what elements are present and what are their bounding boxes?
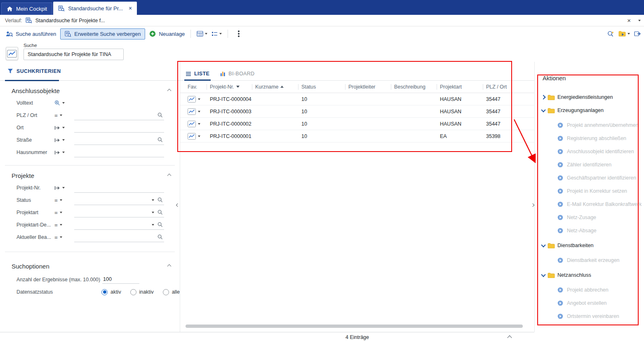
dropdown-caret-icon[interactable] [62, 102, 65, 104]
action-group[interactable]: Dienstbarkeiten [535, 239, 644, 252]
value-help-icon[interactable] [157, 197, 163, 203]
action-item[interactable]: Ortstermin vereinbaren [535, 310, 644, 323]
close-history-icon[interactable]: × [627, 17, 631, 24]
dropdown-caret-icon[interactable] [60, 224, 62, 226]
action-item[interactable]: Netz-Absage [535, 224, 644, 237]
dropdown-caret-icon[interactable] [62, 127, 65, 128]
dropdown-caret-icon[interactable] [62, 187, 65, 189]
action-item[interactable]: Anschlussobjekt identifizieren [535, 145, 644, 158]
column-header[interactable]: Beschreibung [391, 81, 437, 93]
value-help-icon[interactable] [157, 222, 163, 227]
operator-dropdown[interactable]: = [54, 197, 74, 203]
chevron-up-icon[interactable] [167, 89, 172, 93]
table-row[interactable]: PRJ-ITC-000000410HAUSAN35447 [180, 93, 534, 105]
dropdown-caret-icon[interactable] [152, 212, 154, 213]
grid-view-button[interactable] [197, 31, 207, 37]
column-header[interactable]: Projektleiter [345, 81, 391, 93]
favorite-chart-button[interactable] [184, 130, 207, 142]
folder-search-button[interactable] [618, 31, 630, 37]
action-item[interactable]: E-Mail Korrektur Balkonkraftwerk [535, 198, 644, 211]
column-header[interactable]: Kurzname [252, 81, 298, 93]
field-input[interactable] [74, 183, 164, 193]
search-name-input[interactable] [24, 49, 124, 60]
results-count-input[interactable]: 100 [102, 276, 139, 284]
operator-dropdown[interactable]: = [54, 112, 74, 119]
chevron-down-icon[interactable] [541, 107, 545, 112]
detach-view-button[interactable] [634, 31, 641, 37]
action-item[interactable]: Projekt in Korrektur setzen [535, 185, 644, 198]
operator-dropdown[interactable]: = [54, 210, 74, 216]
layout-view-button[interactable] [212, 31, 222, 37]
action-item[interactable]: Zähler identifizieren [535, 158, 644, 171]
table-row[interactable]: PRJ-ITC-000000310HAUSAN35447 [180, 105, 534, 118]
collapse-left-panel-button[interactable] [175, 200, 180, 210]
value-help-icon[interactable] [157, 137, 163, 142]
field-input[interactable] [74, 135, 164, 145]
section-header[interactable]: Projekte [12, 172, 171, 179]
radio-button[interactable] [101, 289, 108, 295]
column-header[interactable]: Projektart [437, 81, 483, 93]
field-input[interactable] [74, 123, 164, 133]
create-new-button[interactable]: Neuanlage [149, 30, 185, 37]
tab-bi-board[interactable]: BI-BOARD [220, 71, 254, 80]
action-item[interactable]: Angebot erstellen [535, 297, 644, 310]
action-item[interactable]: Registrierung abschließen [535, 132, 644, 145]
column-header[interactable]: Status [298, 81, 345, 93]
field-input[interactable] [74, 208, 164, 217]
dropdown-caret-icon[interactable] [198, 98, 200, 100]
dropdown-caret-icon[interactable] [198, 123, 200, 125]
dropdown-caret-icon[interactable] [60, 114, 62, 116]
action-item[interactable]: Dienstbarkeit erzeugen [535, 254, 644, 267]
field-input[interactable] [74, 195, 164, 205]
action-item[interactable]: Netz-Zusage [535, 211, 644, 224]
run-search-button[interactable]: Suche ausführen [6, 31, 56, 37]
action-item[interactable]: Projekt annehmen/übernehmen [535, 119, 644, 132]
tab-standardsuche[interactable]: Standardsuche für Pr... × [53, 2, 137, 15]
action-item[interactable]: Geschäftspartner identifizieren [535, 171, 644, 185]
dropdown-caret-icon[interactable] [152, 199, 154, 201]
action-group[interactable]: Energiedienstleistungen [535, 91, 644, 104]
operator-dropdown[interactable] [54, 186, 74, 190]
chevron-right-icon[interactable] [541, 95, 545, 99]
action-group[interactable]: Netzanschluss [535, 269, 644, 282]
value-help-icon[interactable] [157, 234, 163, 240]
favorite-chart-button[interactable] [184, 93, 207, 105]
field-input[interactable] [74, 110, 164, 120]
chevron-up-icon[interactable] [167, 174, 172, 178]
dropdown-caret-icon[interactable] [198, 111, 200, 112]
section-header[interactable]: Anschlussobjekte [12, 87, 171, 94]
column-header[interactable]: Fav. [184, 81, 207, 93]
favorite-chart-button[interactable] [184, 118, 207, 130]
dropdown-caret-icon[interactable] [152, 224, 154, 226]
value-help-icon[interactable] [157, 112, 163, 118]
chevron-down-icon[interactable] [638, 20, 641, 21]
field-input[interactable] [74, 220, 164, 230]
tab-mein-cockpit[interactable]: Mein Cockpit [1, 2, 52, 15]
dropdown-caret-icon[interactable] [60, 199, 62, 201]
column-header[interactable]: PLZ / Ort [483, 81, 529, 93]
operator-dropdown[interactable] [54, 100, 74, 106]
chevron-up-icon[interactable] [167, 264, 172, 269]
operator-dropdown[interactable]: = [54, 222, 74, 228]
field-input[interactable] [74, 147, 164, 157]
radio-button[interactable] [163, 289, 169, 295]
column-header[interactable]: Projekt-Nr. [207, 81, 252, 93]
chevron-down-icon[interactable] [541, 243, 545, 247]
more-options-button[interactable] [238, 30, 240, 37]
chevron-down-icon[interactable] [541, 272, 545, 277]
operator-dropdown[interactable] [54, 126, 74, 130]
favorite-chart-button[interactable] [184, 105, 207, 117]
table-row[interactable]: PRJ-ITC-000000210HAUSAN35447 [180, 118, 534, 130]
operator-dropdown[interactable] [54, 138, 74, 142]
operator-dropdown[interactable] [54, 150, 74, 155]
radio-alle[interactable]: alle [163, 289, 180, 295]
section-header[interactable]: Suchoptionen [12, 263, 171, 270]
table-row[interactable]: PRJ-ITC-000000110EA35398 [180, 130, 534, 142]
close-tab-icon[interactable]: × [129, 5, 132, 11]
value-help-icon[interactable] [157, 210, 163, 215]
action-item[interactable]: Projekt abbrechen [535, 283, 644, 297]
expand-right-panel-button[interactable] [530, 200, 535, 210]
dropdown-caret-icon[interactable] [198, 135, 200, 137]
field-input[interactable] [74, 232, 164, 242]
dropdown-caret-icon[interactable] [62, 139, 65, 141]
